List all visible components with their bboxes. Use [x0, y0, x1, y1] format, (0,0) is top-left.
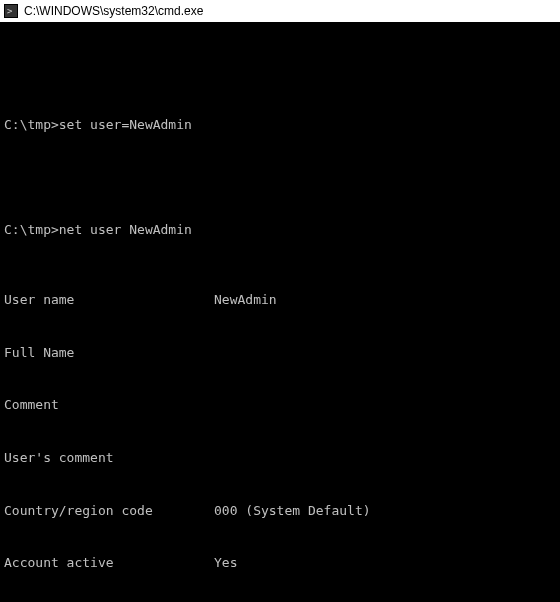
label-full-name: Full Name	[4, 344, 214, 362]
label-account-active: Account active	[4, 554, 214, 572]
prompt: C:\tmp>	[4, 221, 59, 239]
label-user-name: User name	[4, 291, 214, 309]
terminal-output[interactable]: C:\tmp>set user=NewAdmin C:\tmp>net user…	[0, 22, 560, 602]
label-country: Country/region code	[4, 502, 214, 520]
svg-text:>: >	[7, 6, 13, 16]
prompt: C:\tmp>	[4, 116, 59, 134]
window-title-text: C:\WINDOWS\system32\cmd.exe	[24, 4, 203, 18]
value-account-active: Yes	[214, 554, 237, 572]
cmd-set-user: set user=NewAdmin	[59, 116, 192, 134]
value-user-name: NewAdmin	[214, 291, 277, 309]
label-comment: Comment	[4, 396, 214, 414]
cmd-icon: >	[4, 4, 18, 18]
label-users-comment: User's comment	[4, 449, 214, 467]
window-titlebar: > C:\WINDOWS\system32\cmd.exe	[0, 0, 560, 22]
cmd-net-user: net user NewAdmin	[59, 221, 192, 239]
value-country: 000 (System Default)	[214, 502, 371, 520]
